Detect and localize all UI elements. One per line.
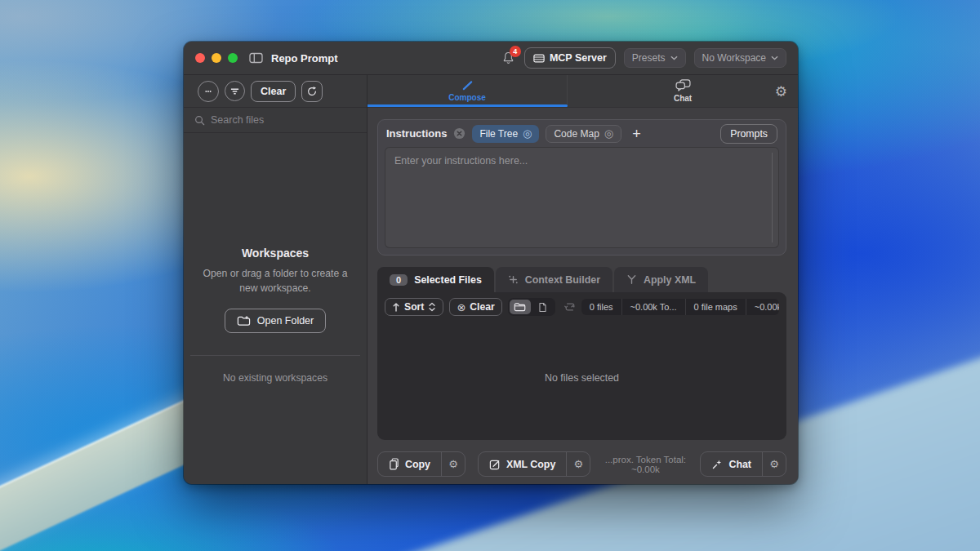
mcp-server-button[interactable]: MCP Server (524, 47, 616, 69)
instructions-card: Instructions File Tree ◎ Code Map ◎ + (377, 119, 786, 256)
workspace-dropdown[interactable]: No Workspace (694, 48, 786, 68)
clear-selection-button[interactable]: ⊗ Clear (449, 298, 501, 316)
file-tree-chip[interactable]: File Tree ◎ (472, 125, 539, 143)
merge-y-icon (626, 274, 637, 285)
sparkle-wand-icon (711, 459, 723, 470)
sidebar-clear-label: Clear (261, 86, 286, 97)
server-icon (533, 53, 545, 64)
open-folder-button[interactable]: Open Folder (225, 309, 326, 333)
close-window-button[interactable] (195, 53, 205, 63)
code-map-chip[interactable]: Code Map ◎ (546, 125, 621, 143)
workspaces-description: Open or drag a folder to create a new wo… (203, 267, 348, 295)
workspace-label: No Workspace (702, 52, 766, 64)
copy-icon (389, 458, 399, 470)
mode-tabstrip: Compose Chat ⚙ (368, 75, 798, 108)
files-clear-label: Clear (470, 301, 495, 313)
arrow-up-icon (392, 302, 400, 312)
ellipsis-circle-icon (203, 86, 214, 97)
chat-settings-gear-icon[interactable]: ⚙ (763, 452, 786, 476)
prompts-button[interactable]: Prompts (720, 124, 777, 144)
editor-scrollbar[interactable] (772, 153, 773, 242)
workspaces-title: Workspaces (242, 247, 309, 260)
chat-tab-label: Chat (674, 94, 692, 103)
chat-button[interactable]: Chat ⚙ (700, 451, 786, 477)
instructions-textarea[interactable] (385, 148, 778, 247)
edit-square-icon (489, 459, 501, 470)
tab-compose[interactable]: Compose (368, 75, 568, 107)
titlebar: Repo Prompt 4 MCP Server Presets No Work… (184, 42, 798, 75)
app-window: Repo Prompt 4 MCP Server Presets No Work… (184, 42, 798, 484)
pencil-icon (461, 80, 474, 91)
tab-apply-xml[interactable]: Apply XML (614, 267, 708, 292)
token-total-label: ...prox. Token Total: ~0.00k (590, 455, 700, 474)
clear-circle-icon: ⊗ (457, 302, 466, 313)
code-map-chip-label: Code Map (554, 128, 599, 140)
instructions-header: Instructions File Tree ◎ Code Map ◎ + (378, 120, 786, 147)
target-icon: ◎ (604, 128, 613, 139)
instructions-label: Instructions (386, 127, 447, 140)
minimize-window-button[interactable] (212, 53, 221, 63)
stat-files: 0 files (581, 299, 621, 315)
add-chip-button[interactable]: + (632, 127, 641, 141)
tab-context-builder[interactable]: Context Builder (496, 267, 612, 292)
instructions-editor (385, 147, 779, 248)
refresh-button[interactable] (301, 81, 323, 102)
cycle-refresh-icon[interactable] (564, 301, 576, 313)
search-icon (194, 115, 205, 126)
chevron-down-icon (670, 56, 678, 60)
target-icon: ◎ (523, 128, 532, 139)
folder-view-button[interactable] (510, 300, 531, 314)
stat-file-maps: 0 file maps (685, 299, 746, 315)
copy-label: Copy (405, 459, 430, 470)
files-toolbar: Sort ⊗ Clear (377, 292, 786, 316)
window-body: Clear Workspaces Open or drag a folder t… (184, 75, 798, 484)
xml-copy-button[interactable]: XML Copy ⚙ (478, 451, 590, 477)
sidebar-clear-button[interactable]: Clear (251, 81, 296, 102)
stat-file-tokens: ~0.00k To... (621, 299, 685, 315)
search-input[interactable] (211, 114, 356, 126)
tab-selected-files[interactable]: 0 Selected Files (377, 267, 494, 292)
selected-count-badge: 0 (390, 274, 408, 286)
sidebar: Clear Workspaces Open or drag a folder t… (184, 75, 368, 484)
more-options-button[interactable] (198, 81, 219, 102)
zoom-window-button[interactable] (228, 53, 238, 63)
workspaces-panel: Workspaces Open or drag a folder to crea… (184, 140, 367, 484)
view-mode-segment (508, 298, 555, 316)
token-stats: 0 files ~0.00k To... 0 file maps ~0.00k … (581, 299, 779, 315)
filter-button[interactable] (225, 81, 245, 101)
copy-settings-gear-icon[interactable]: ⚙ (442, 452, 465, 476)
file-view-button[interactable] (532, 300, 554, 314)
chat-button-label: Chat (728, 459, 751, 470)
sidebar-toggle-icon[interactable] (249, 52, 263, 64)
tab-chat[interactable]: Chat (568, 75, 798, 107)
no-workspaces-message: No existing workspaces (223, 372, 327, 384)
settings-gear-icon[interactable]: ⚙ (775, 84, 787, 98)
folder-plus-icon (237, 315, 251, 327)
no-files-message: No files selected (377, 316, 786, 440)
remove-instructions-icon[interactable] (453, 127, 466, 140)
files-tabbar: 0 Selected Files Context Builder Apply (377, 267, 786, 292)
filter-icon (230, 87, 239, 96)
footer-bar: Copy ⚙ XML Copy ⚙ (377, 451, 786, 477)
compose-content: Instructions File Tree ◎ Code Map ◎ + (368, 108, 798, 484)
refresh-icon (306, 86, 318, 97)
notification-badge: 4 (510, 46, 521, 57)
selected-files-panel: Sort ⊗ Clear (377, 292, 786, 440)
folder-icon (514, 302, 526, 312)
sidebar-divider (190, 355, 360, 356)
xml-copy-settings-gear-icon[interactable]: ⚙ (567, 452, 590, 476)
sidebar-toolbar: Clear (184, 75, 367, 108)
window-title: Repo Prompt (271, 52, 338, 64)
presets-dropdown[interactable]: Presets (624, 48, 686, 68)
copy-button[interactable]: Copy ⚙ (377, 451, 466, 477)
notifications-button[interactable]: 4 (502, 51, 514, 64)
xml-copy-label: XML Copy (506, 459, 555, 470)
document-icon (538, 302, 547, 313)
search-files-field[interactable] (184, 108, 367, 133)
sparkle-plus-icon (508, 274, 519, 285)
sort-button[interactable]: Sort (385, 298, 443, 316)
sort-label: Sort (404, 301, 424, 313)
file-tree-chip-label: File Tree (479, 128, 518, 140)
chat-bubbles-icon (675, 79, 691, 91)
compose-tab-label: Compose (448, 93, 486, 102)
